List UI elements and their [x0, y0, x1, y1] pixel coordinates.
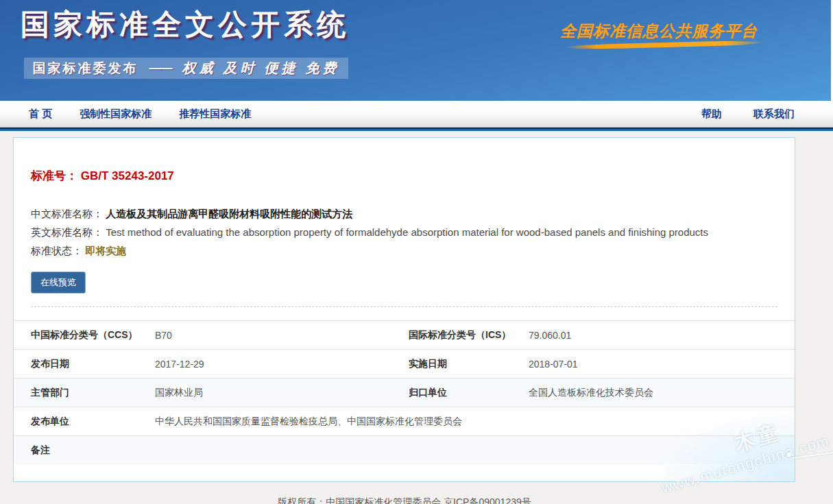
standard-status-line: 标准状态： 即将实施	[31, 241, 777, 260]
watermark-line	[792, 452, 833, 459]
authority-value: 国家林业局	[155, 387, 409, 399]
table-row-publisher: 发布单位 中华人民共和国国家质量监督检验检疫总局、中国国家标准化管理委员会	[14, 407, 795, 435]
ccs-label: 中国标准分类号（CCS）	[14, 329, 155, 341]
ics-label: 国际标准分类号（ICS）	[409, 329, 529, 341]
table-row-dates: 发布日期 2017-12-29 实施日期 2018-07-01	[14, 349, 795, 378]
cn-name-value: 人造板及其制品游离甲醛吸附材料吸附性能的测试方法	[106, 208, 352, 219]
main-navbar: 首 页 强制性国家标准 推荐性国家标准 帮助 联系我们	[0, 101, 833, 127]
standard-detail-panel: 标准号： GB/T 35243-2017 中文标准名称： 人造板及其制品游离甲醛…	[13, 137, 795, 482]
committee-label: 归口单位	[409, 387, 529, 399]
table-row-classification: 中国标准分类号（CCS） B70 国际标准分类号（ICS） 79.060.01	[14, 320, 795, 349]
remark-label: 备注	[14, 444, 155, 457]
slogan-motto: 权威 及时 便捷 免费	[182, 59, 340, 77]
standard-info-table: 中国标准分类号（CCS） B70 国际标准分类号（ICS） 79.060.01 …	[14, 320, 795, 464]
nav-group-right: 帮助 联系我们	[701, 108, 795, 121]
table-row-remark: 备注	[14, 435, 795, 464]
nav-item-help[interactable]: 帮助	[701, 108, 722, 121]
en-name-value: Test method of evaluating the absorption…	[106, 226, 708, 238]
standard-en-name-line: 英文标准名称： Test method of evaluating the ab…	[31, 223, 777, 241]
ccs-value: B70	[155, 330, 409, 341]
nav-item-recommended-standards[interactable]: 推荐性国家标准	[179, 108, 251, 121]
site-title: 国家标准全文公开系统	[21, 5, 350, 44]
status-value: 即将实施	[85, 245, 126, 256]
implement-date-value: 2018-07-01	[529, 359, 795, 370]
nav-item-home[interactable]: 首 页	[29, 108, 52, 121]
page-footer: 版权所有：中国国家标准化管理委员会 京ICP备09001239号	[0, 496, 809, 504]
platform-brand: 全国标准信息公共服务平台	[560, 21, 758, 42]
slogan-dash: ——	[149, 61, 171, 75]
nav-item-mandatory-standards[interactable]: 强制性国家标准	[80, 108, 152, 121]
table-row-departments: 主管部门 国家林业局 归口单位 全国人造板标准化技术委员会	[14, 378, 795, 407]
publisher-value: 中华人民共和国国家质量监督检验检疫总局、中国国家标准化管理委员会	[155, 416, 795, 428]
site-header: 国家标准全文公开系统 国家标准委发布 —— 权威 及时 便捷 免费 全国标准信息…	[0, 0, 833, 101]
standard-number-label: 标准号：	[31, 169, 77, 182]
status-label: 标准状态：	[31, 245, 82, 256]
authority-label: 主管部门	[14, 387, 155, 399]
ics-value: 79.060.01	[529, 330, 795, 341]
standard-cn-name-line: 中文标准名称： 人造板及其制品游离甲醛吸附材料吸附性能的测试方法	[31, 204, 777, 223]
nav-divider	[0, 127, 833, 131]
cn-name-label: 中文标准名称：	[31, 208, 103, 219]
slogan-issuer: 国家标准委发布	[33, 60, 138, 77]
publish-date-value: 2017-12-29	[155, 359, 409, 370]
standard-number-value: GB/T 35243-2017	[81, 169, 174, 182]
nav-item-contact-us[interactable]: 联系我们	[753, 108, 795, 121]
dashed-divider	[31, 307, 777, 307]
publish-date-label: 发布日期	[14, 358, 155, 370]
en-name-label: 英文标准名称：	[31, 226, 103, 238]
nav-group-left: 首 页 强制性国家标准 推荐性国家标准	[29, 108, 251, 121]
header-slogan-banner: 国家标准委发布 —— 权威 及时 便捷 免费	[24, 58, 348, 79]
committee-value: 全国人造板标准化技术委员会	[529, 387, 795, 399]
publisher-label: 发布单位	[14, 416, 155, 428]
standard-number-line: 标准号： GB/T 35243-2017	[31, 168, 777, 184]
implement-date-label: 实施日期	[409, 358, 529, 370]
copyright-text: 版权所有：中国国家标准化管理委员会 京ICP备09001239号	[278, 496, 531, 504]
online-preview-button[interactable]: 在线预览	[31, 272, 86, 293]
